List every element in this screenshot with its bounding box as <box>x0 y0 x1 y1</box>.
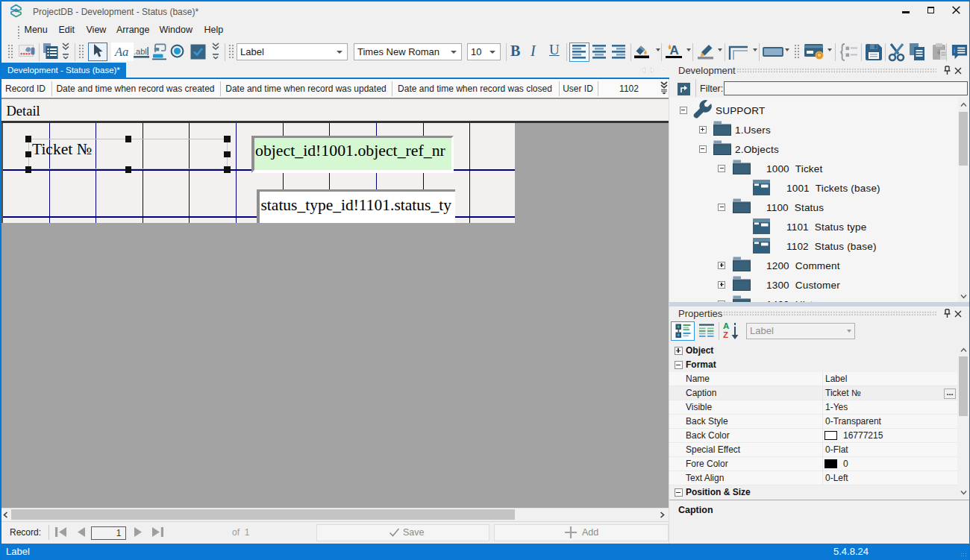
svg-text:.abl: .abl <box>134 47 147 56</box>
svg-text:i: i <box>954 47 955 54</box>
